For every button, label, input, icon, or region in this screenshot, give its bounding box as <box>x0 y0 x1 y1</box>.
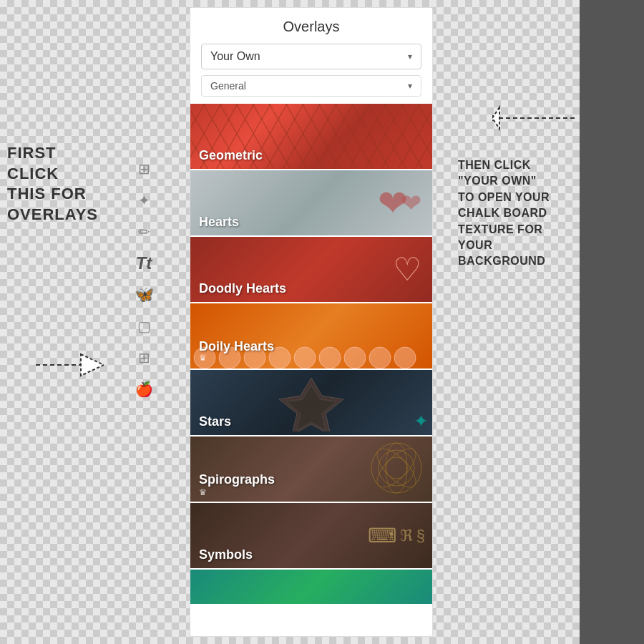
overlay-item-symbols[interactable]: ⌨ ℜ § Symbols <box>190 503 432 570</box>
spirographs-decoration <box>368 439 425 499</box>
svg-point-11 <box>344 347 366 369</box>
right-annotation: Then click "Your own" to open your chalk… <box>458 157 572 270</box>
general-dropdown[interactable]: General ▾ <box>201 75 421 97</box>
general-dropdown-arrow-icon: ▾ <box>408 81 412 91</box>
dashed-arrow-left-icon <box>32 343 104 389</box>
apple-icon[interactable]: 🍎 <box>132 378 155 401</box>
grid-icon[interactable]: ⊞ <box>132 346 155 369</box>
svg-point-17 <box>379 450 414 486</box>
panel-title: Overlays <box>201 19 421 35</box>
overlay-item-doily-hearts[interactable]: ♛ Doily Hearts <box>190 303 432 370</box>
panel-header: Overlays Your Own ▾ General ▾ <box>190 8 432 104</box>
svg-point-12 <box>369 347 391 369</box>
overlay-item-partial[interactable] <box>190 570 432 605</box>
left-annotation: First click this for overlays <box>7 143 98 225</box>
svg-marker-2 <box>492 107 499 129</box>
overlay-item-geometric[interactable]: Geometric <box>190 104 432 170</box>
svg-point-13 <box>394 347 416 369</box>
general-dropdown-label: General <box>210 80 246 92</box>
geometric-label: Geometric <box>199 148 263 163</box>
doily-crown-icon: ♛ <box>199 353 207 363</box>
frame-icon[interactable]: ▢ <box>132 315 155 338</box>
toolbar: ⊞ ✦ ✏ Tt 🦋 ▢ ⊞ 🍎 <box>132 157 155 401</box>
main-panel: Overlays Your Own ▾ General ▾ Geometric … <box>190 7 433 637</box>
spirographs-label: Spirographs <box>199 472 275 487</box>
pencil-icon[interactable]: ✏ <box>132 220 155 243</box>
text-icon[interactable]: Tt <box>132 252 155 275</box>
your-own-dropdown-label: Your Own <box>210 50 260 63</box>
overlay-item-spirographs[interactable]: ♛ Spirographs <box>190 436 432 503</box>
stars-label: Stars <box>199 414 231 429</box>
crop-icon[interactable]: ⊞ <box>132 157 155 180</box>
dropdown-arrow-icon: ▾ <box>408 52 412 62</box>
doodly-hearts-label: Doodly Hearts <box>199 281 286 296</box>
doily-hearts-label: Doily Hearts <box>199 339 274 354</box>
svg-marker-4 <box>81 354 104 376</box>
your-own-dropdown[interactable]: Your Own ▾ <box>201 44 421 69</box>
right-panel <box>580 0 644 644</box>
spirographs-crown-icon: ♛ <box>199 487 207 497</box>
magic-wand-icon[interactable]: ✦ <box>132 189 155 212</box>
butterfly-icon[interactable]: 🦋 <box>132 283 155 306</box>
svg-point-10 <box>319 347 341 369</box>
svg-point-9 <box>294 347 316 369</box>
symbols-label: Symbols <box>199 547 253 562</box>
overlay-item-hearts[interactable]: ❤ ❤ Hearts <box>190 170 432 237</box>
overlay-item-stars[interactable]: ✦ Stars <box>190 370 432 436</box>
overlay-item-doodly-hearts[interactable]: ♡ Doodly Hearts <box>190 237 432 303</box>
overlay-list[interactable]: Geometric ❤ ❤ Hearts ♡ Doodly Hearts <box>190 104 432 636</box>
hearts-label: Hearts <box>199 215 239 230</box>
dashed-arrow-right-icon <box>492 93 578 146</box>
